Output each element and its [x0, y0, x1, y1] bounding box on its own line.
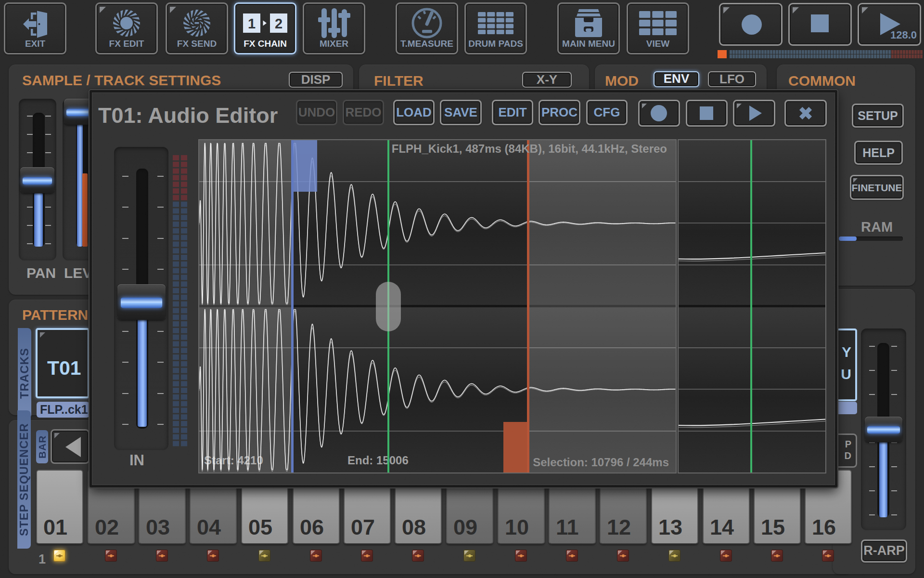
svg-text:1: 1 — [248, 16, 256, 31]
svg-text:End: 15006: End: 15006 — [347, 454, 409, 467]
svg-text:2: 2 — [275, 16, 282, 31]
